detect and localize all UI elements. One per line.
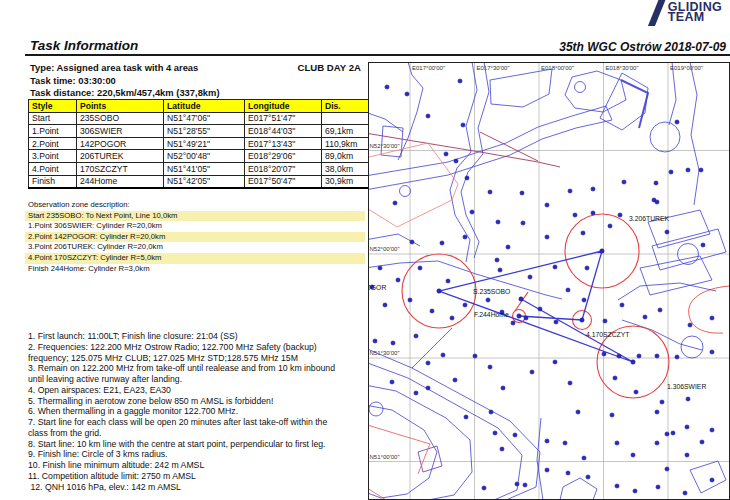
- waypoint-dot: [613, 376, 617, 380]
- briefing-note-line: until leaving active runway after landin…: [28, 374, 373, 385]
- waypoint-dot: [585, 266, 589, 270]
- waypoint-dot: [566, 288, 570, 292]
- waypoint-dot: [554, 320, 558, 324]
- briefing-note-line: 9. Finish line: Circle of 3 kms radius.: [28, 449, 373, 460]
- table-cell: 89,0km: [322, 150, 372, 163]
- task-map: E017°00'00"E017°30'00"E018°00'00"E018°30…: [368, 62, 730, 500]
- briefing-note-line: 7. Start line for each class will be ope…: [28, 417, 373, 428]
- waypoint-dot: [495, 258, 499, 262]
- waypoint-dot: [710, 350, 714, 354]
- waypoint-dot: [458, 79, 462, 83]
- observation-zone-section: Observation zone description: Start 235S…: [25, 200, 365, 274]
- table-cell: 110,9km: [322, 137, 372, 150]
- waypoint-dot: [545, 468, 549, 472]
- waypoint-dot: [393, 201, 397, 205]
- waypoint-dot: [591, 211, 595, 215]
- waypoint-dot: [501, 386, 505, 390]
- waypoint-dot: [563, 441, 567, 445]
- briefing-note-line: 8. Start line: 10 km line with the centr…: [28, 439, 373, 450]
- waypoint-dot: [582, 298, 586, 302]
- waypoint-dot: [463, 303, 467, 307]
- table-cell: Start: [29, 112, 77, 125]
- table-cell: 3.Point: [29, 150, 77, 163]
- waypoint-dot: [688, 323, 692, 327]
- logo-line-3: TEAM: [668, 12, 722, 23]
- waypoint-dot: [521, 221, 525, 225]
- waypoint-dot: [493, 431, 497, 435]
- waypoint-dot: [482, 486, 486, 490]
- latitude-label: N52°00'00": [370, 246, 400, 252]
- waypoint-dot: [655, 410, 659, 414]
- task-time: Task time: 03:30:00: [30, 75, 116, 86]
- airspace-boundary: [368, 424, 430, 474]
- waypoint-dot: [464, 415, 468, 419]
- waypoint-dot: [426, 114, 430, 118]
- table-cell: 30,9km: [322, 175, 372, 188]
- waypoint-dot: [473, 354, 477, 358]
- airspace-boundary: [368, 106, 612, 190]
- waypoint-dot: [655, 200, 659, 204]
- waypoint-dot: [568, 189, 572, 193]
- waypoint-dot: [463, 235, 467, 239]
- airspace-boundary: [537, 418, 543, 500]
- airspace-boundary: [669, 62, 676, 125]
- competition-title: 35th WGC Ostrów 2018-07-09: [559, 40, 726, 54]
- waypoint-dot: [568, 381, 572, 385]
- waypoint-dot: [610, 413, 614, 417]
- waypoint-dot: [660, 400, 664, 404]
- waypoint-dot: [665, 432, 669, 436]
- waypoint-dot: [699, 168, 703, 172]
- waypoint-dot: [654, 181, 658, 185]
- waypoint-dot: [581, 231, 585, 235]
- briefing-note-line: 1. First launch: 11:00LT; Finish line cl…: [28, 331, 373, 342]
- table-cell: N51°28'55": [164, 125, 245, 138]
- task-point-label: 1.306SWIER: [667, 383, 706, 390]
- waypoint-dot: [685, 425, 689, 429]
- airspace-circle: [575, 82, 586, 93]
- waypoint-dot: [637, 354, 641, 358]
- airspace-boundary: [640, 256, 712, 295]
- observation-zone-line: Start 235SOBO: To Next Point, Line 10,0k…: [25, 211, 365, 222]
- task-point-dot: [437, 289, 441, 293]
- table-row: 4.Point170SZCZYTN51°41'05"E018°20'07"38,…: [29, 162, 407, 175]
- airspace-boundary: [461, 62, 489, 258]
- waypoint-dot: [545, 235, 549, 239]
- airspace-boundary: [490, 69, 552, 107]
- waypoint-dot: [545, 439, 549, 443]
- waypoint-dot: [602, 352, 606, 356]
- waypoint-dot: [524, 316, 528, 320]
- task-point-dot: [517, 314, 521, 318]
- waypoint-dot: [686, 397, 690, 401]
- waypoint-dot: [608, 224, 612, 228]
- observation-zone-line: 3.Point 206TUREK: Cylinder R=20,0km: [25, 242, 365, 253]
- airspace-boundary: [689, 286, 730, 333]
- briefing-note-line: 4. Open airspaces: E21, EA23, EA30: [28, 385, 373, 396]
- waypoint-table-header: StylePointsLatitudeLongitudeDis.Crs.: [29, 100, 407, 113]
- table-cell: 306SWIER: [77, 125, 164, 138]
- latitude-label: N51°00'00": [370, 454, 400, 460]
- waypoint-dot: [618, 213, 622, 217]
- table-cell: [322, 112, 372, 125]
- airspace-boundary: [368, 348, 540, 500]
- waypoint-dot: [591, 187, 595, 191]
- table-cell: N51°47'06": [164, 112, 245, 125]
- waypoint-dot: [576, 410, 580, 414]
- task-point-label: F.244Home: [474, 311, 509, 318]
- waypoint-dot: [530, 370, 534, 374]
- waypoint-dot: [496, 220, 500, 224]
- waypoint-dot: [617, 354, 621, 358]
- airspace-boundary: [652, 229, 726, 270]
- header-rule: [25, 54, 730, 56]
- table-cell: 142POGOR: [77, 137, 164, 150]
- task-day-badge: CLUB DAY 2A: [28, 62, 361, 73]
- column-header: Dis.: [322, 100, 372, 113]
- logo-slash-icon: [648, 0, 669, 26]
- waypoint-dot: [506, 245, 510, 249]
- waypoint-dot: [582, 456, 586, 460]
- waypoint-dot: [453, 378, 457, 382]
- waypoint-dot: [489, 410, 493, 414]
- waypoint-dot: [470, 210, 474, 214]
- table-row: Start235SOBON51°47'06"E017°51'47": [29, 112, 407, 125]
- waypoint-dot: [385, 85, 389, 89]
- task-point-label: 4.170SZCZYT: [586, 331, 629, 338]
